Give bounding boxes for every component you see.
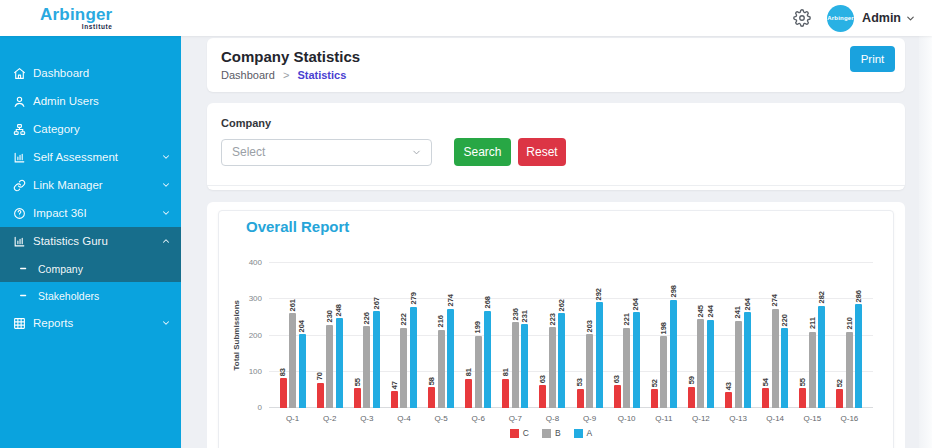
gear-icon[interactable] bbox=[793, 9, 811, 27]
bar-series-a[interactable] bbox=[447, 309, 454, 408]
print-button[interactable]: Print bbox=[850, 46, 895, 72]
bar-series-c[interactable] bbox=[280, 378, 287, 408]
legend-item[interactable]: A bbox=[574, 428, 593, 438]
bar-group: 58216274 bbox=[428, 263, 455, 408]
bar-wrap: 231 bbox=[521, 263, 529, 408]
bar-series-c[interactable] bbox=[836, 389, 843, 408]
sidebar-item-impact-36i[interactable]: Impact 36I bbox=[0, 199, 181, 227]
bar-series-a[interactable] bbox=[596, 302, 603, 408]
bar-series-c[interactable] bbox=[799, 388, 806, 408]
bar-series-c[interactable] bbox=[428, 387, 435, 408]
bar-value-label: 248 bbox=[335, 304, 343, 317]
bar-series-c[interactable] bbox=[317, 383, 324, 408]
sidebar-item-self-assessment[interactable]: Self Assessment bbox=[0, 143, 181, 171]
bar-series-a[interactable] bbox=[410, 307, 417, 408]
bar-series-a[interactable] bbox=[299, 334, 306, 408]
bar-series-b[interactable] bbox=[326, 325, 333, 408]
bar-series-b[interactable] bbox=[772, 309, 779, 408]
sidebar-item-reports[interactable]: Reports bbox=[0, 309, 181, 337]
bar-series-a[interactable] bbox=[373, 311, 380, 408]
breadcrumb-root[interactable]: Dashboard bbox=[221, 69, 275, 81]
bar-series-b[interactable] bbox=[438, 330, 445, 408]
bar-series-b[interactable] bbox=[475, 336, 482, 408]
bar-series-b[interactable] bbox=[660, 336, 667, 408]
bar-series-a[interactable] bbox=[855, 304, 862, 408]
bar-series-c[interactable] bbox=[391, 391, 398, 408]
y-tick-label: 300 bbox=[249, 295, 262, 303]
logo-name: Arbinger bbox=[40, 6, 112, 23]
bar-series-a[interactable] bbox=[633, 312, 640, 408]
breadcrumb-current[interactable]: Statistics bbox=[297, 69, 346, 81]
bar-series-a[interactable] bbox=[818, 306, 825, 408]
chart-legend: CBA bbox=[229, 428, 873, 438]
sidebar-item-statistics-guru[interactable]: Statistics Guru bbox=[0, 227, 181, 255]
bar-series-c[interactable] bbox=[725, 392, 732, 408]
sidebar-item-dashboard[interactable]: Dashboard bbox=[0, 59, 181, 87]
sidebar-item-link-manager[interactable]: Link Manager bbox=[0, 171, 181, 199]
bar-value-label: 81 bbox=[465, 368, 473, 376]
report-section: Overall Report Total Submissions 4003002… bbox=[207, 202, 905, 448]
bar-series-a[interactable] bbox=[558, 313, 565, 408]
bar-series-b[interactable] bbox=[289, 313, 296, 408]
page-title: Company Statistics bbox=[221, 48, 891, 65]
bar-series-b[interactable] bbox=[363, 326, 370, 408]
bar-series-b[interactable] bbox=[549, 327, 556, 408]
bar-wrap: 248 bbox=[335, 263, 343, 408]
bar-series-a[interactable] bbox=[670, 300, 677, 408]
bar-series-a[interactable] bbox=[521, 324, 528, 408]
x-tick-label: Q-8 bbox=[540, 414, 565, 423]
bar-wrap: 226 bbox=[363, 263, 371, 408]
bar-series-c[interactable] bbox=[614, 385, 621, 408]
bar-value-label: 262 bbox=[558, 299, 566, 312]
bar-series-c[interactable] bbox=[651, 389, 658, 408]
bar-value-label: 274 bbox=[447, 294, 455, 307]
bar-series-c[interactable] bbox=[577, 389, 584, 408]
user-menu-label[interactable]: Admin bbox=[862, 11, 901, 25]
bar-series-a[interactable] bbox=[484, 311, 491, 408]
arbinger-logo[interactable]: Arbinger Institute bbox=[40, 6, 112, 31]
bar-series-c[interactable] bbox=[354, 388, 361, 408]
reset-button[interactable]: Reset bbox=[518, 138, 566, 166]
bar-series-b[interactable] bbox=[809, 332, 816, 408]
avatar[interactable]: Arbinger bbox=[827, 5, 854, 32]
scrollbar-track[interactable] bbox=[919, 36, 932, 448]
bar-series-b[interactable] bbox=[735, 321, 742, 408]
legend-swatch bbox=[574, 429, 583, 438]
bar-series-b[interactable] bbox=[846, 332, 853, 408]
bar-series-a[interactable] bbox=[336, 318, 343, 408]
bar-series-a[interactable] bbox=[781, 328, 788, 408]
sidebar-item-stakeholders[interactable]: Stakeholders bbox=[0, 282, 181, 309]
bar-value-label: 53 bbox=[576, 378, 584, 386]
search-button[interactable]: Search bbox=[454, 138, 511, 166]
bar-series-b[interactable] bbox=[697, 319, 704, 408]
sidebar-item-admin-users[interactable]: Admin Users bbox=[0, 87, 181, 115]
sidebar-item-label: Self Assessment bbox=[33, 151, 118, 163]
bar-series-b[interactable] bbox=[400, 328, 407, 408]
bar-series-c[interactable] bbox=[465, 379, 472, 408]
bar-wrap: 54 bbox=[762, 263, 770, 408]
bar-group: 63221264 bbox=[613, 263, 640, 408]
x-tick-label: Q-12 bbox=[688, 414, 713, 423]
bar-series-c[interactable] bbox=[502, 379, 509, 408]
sidebar-item-label: Link Manager bbox=[33, 179, 103, 191]
legend-item[interactable]: B bbox=[542, 428, 561, 438]
bar-value-label: 292 bbox=[595, 288, 603, 301]
company-select[interactable]: Select bbox=[221, 139, 432, 166]
bar-wrap: 245 bbox=[697, 263, 705, 408]
legend-label: C bbox=[523, 428, 529, 438]
bar-series-b[interactable] bbox=[512, 322, 519, 408]
bar-series-a[interactable] bbox=[707, 320, 714, 408]
bar-series-b[interactable] bbox=[586, 334, 593, 408]
bar-series-a[interactable] bbox=[744, 312, 751, 408]
chevron-down-icon[interactable] bbox=[905, 13, 916, 24]
sidebar-item-company[interactable]: Company bbox=[0, 255, 181, 282]
select-placeholder: Select bbox=[232, 145, 265, 159]
bar-series-c[interactable] bbox=[762, 388, 769, 408]
bar-series-c[interactable] bbox=[539, 385, 546, 408]
legend-item[interactable]: C bbox=[510, 428, 529, 438]
filter-row: Select Search Reset bbox=[221, 138, 891, 166]
sidebar-item-category[interactable]: Category bbox=[0, 115, 181, 143]
bar-series-c[interactable] bbox=[688, 387, 695, 408]
bar-series-b[interactable] bbox=[623, 328, 630, 408]
bar-group: 55226267 bbox=[354, 263, 381, 408]
